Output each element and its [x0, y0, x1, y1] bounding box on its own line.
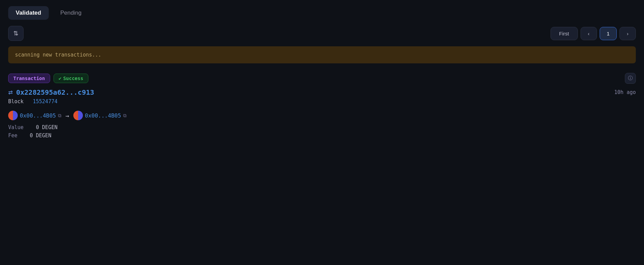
swap-icon: ⇄ — [8, 88, 13, 96]
pagination: First ‹ 1 › — [551, 27, 636, 40]
to-address-chip: 0x00...4B05 ⧉ — [73, 111, 127, 120]
sort-button[interactable]: ⇅ — [8, 26, 24, 41]
first-page-button[interactable]: First — [551, 27, 578, 40]
from-copy-icon[interactable]: ⧉ — [58, 113, 61, 119]
tx-header: Transaction ✔ Success ⓘ — [8, 73, 636, 84]
badge-transaction: Transaction — [8, 74, 50, 83]
tx-addresses: 0x00...4B05 ⧉ → 0x00...4B05 ⧉ — [8, 111, 636, 120]
tx-value: Value 0 DEGEN — [8, 124, 636, 130]
from-avatar — [8, 111, 18, 120]
info-button[interactable]: ⓘ — [625, 73, 636, 84]
fee-amount: 0 DEGEN — [30, 132, 51, 139]
prev-page-button[interactable]: ‹ — [581, 27, 597, 40]
to-avatar-right — [78, 111, 83, 120]
to-avatar-left — [73, 111, 78, 120]
to-avatar — [73, 111, 83, 120]
scanning-bar: scanning new transactions... — [8, 46, 636, 63]
tab-pending[interactable]: Pending — [53, 6, 89, 20]
from-address-chip: 0x00...4B05 ⧉ — [8, 111, 61, 120]
sort-icon: ⇅ — [13, 30, 18, 37]
next-page-button[interactable]: › — [619, 27, 636, 40]
to-copy-icon[interactable]: ⧉ — [123, 113, 127, 119]
tx-fee: Fee 0 DEGEN — [8, 132, 636, 139]
avatar-right — [13, 111, 18, 120]
tabs-container: Validated Pending — [0, 0, 644, 26]
tx-hash[interactable]: 0x2282595a62...c913 — [16, 88, 94, 96]
tx-hash-row: ⇄ 0x2282595a62...c913 10h ago — [8, 88, 636, 96]
value-label: Value — [8, 124, 24, 130]
avatar-left — [8, 111, 13, 120]
tx-badges: Transaction ✔ Success — [8, 74, 88, 83]
tx-block: Block 15524774 — [8, 98, 636, 105]
fee-label: Fee — [8, 132, 17, 139]
tx-hash-left: ⇄ 0x2282595a62...c913 — [8, 88, 94, 96]
tx-time: 10h ago — [614, 89, 636, 95]
from-address[interactable]: 0x00...4B05 — [20, 112, 56, 119]
badge-success: ✔ Success — [54, 74, 88, 83]
scanning-message: scanning new transactions... — [15, 52, 101, 58]
info-icon: ⓘ — [628, 75, 633, 81]
block-number[interactable]: 15524774 — [33, 98, 57, 105]
success-checkmark: ✔ — [59, 76, 61, 81]
value-amount: 0 DEGEN — [36, 124, 57, 130]
tab-validated[interactable]: Validated — [8, 6, 49, 20]
arrow-icon: → — [65, 112, 69, 119]
current-page-button[interactable]: 1 — [600, 27, 617, 40]
toolbar: ⇅ First ‹ 1 › — [0, 26, 644, 46]
success-label: Success — [63, 76, 83, 81]
block-label: Block — [8, 98, 24, 105]
to-address[interactable]: 0x00...4B05 — [85, 112, 121, 119]
transaction-card: Transaction ✔ Success ⓘ ⇄ 0x2282595a62..… — [8, 73, 636, 139]
